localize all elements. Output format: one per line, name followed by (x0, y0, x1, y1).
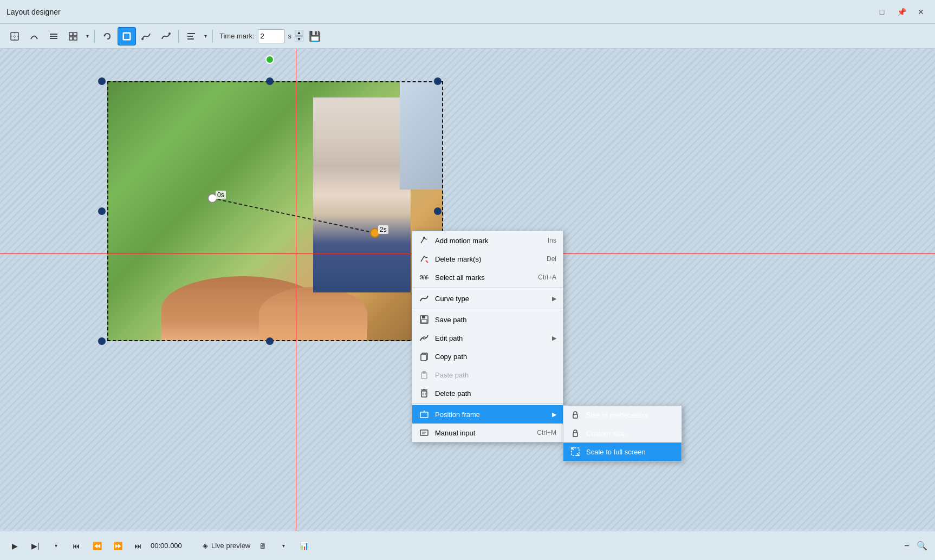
menu-item-delete-marks[interactable]: Delete mark(s) Del (412, 250, 563, 268)
menu-item-manual-input[interactable]: Manual input Ctrl+M (412, 424, 563, 442)
separator1 (94, 30, 95, 43)
svg-rect-7 (74, 32, 77, 36)
player-dropdown-button[interactable]: ▾ (48, 538, 64, 554)
handle-green-top[interactable] (265, 55, 274, 64)
time-display: 00:00.000 (151, 542, 194, 550)
motion-tool-button[interactable] (118, 27, 136, 45)
path-tool-button[interactable] (25, 27, 43, 45)
sky-area (400, 81, 443, 190)
submenu-item-custom-size[interactable]: Custom size (563, 424, 681, 442)
zoom-in-button[interactable]: 🔍 (915, 539, 928, 552)
spinner-down[interactable]: ▼ (295, 36, 303, 42)
position-frame-icon (419, 409, 430, 420)
menu-label-position-frame: Position frame (435, 411, 547, 419)
zoom-control: − 🔍 (900, 539, 928, 552)
submenu-item-scale-to-full-screen[interactable]: Scale to full screen (563, 442, 681, 461)
handle-mid-right[interactable] (434, 207, 441, 215)
handle-bot-center[interactable] (266, 337, 274, 345)
rewind-button[interactable]: ⏮ (68, 538, 85, 554)
delete-mark-icon (419, 253, 430, 264)
player-bar: ▶ ▶| ▾ ⏮ ⏪ ⏩ ⏭ 00:00.000 ◈ Live preview … (0, 531, 935, 560)
menu-separator-3 (412, 403, 563, 404)
live-preview-button[interactable]: ◈ Live preview (203, 542, 250, 550)
svg-rect-34 (421, 391, 427, 397)
step-back-button[interactable]: ⏪ (89, 538, 105, 554)
maximize-button[interactable]: □ (874, 4, 889, 19)
svg-point-14 (168, 32, 171, 35)
edit-path-arrow: ▶ (552, 335, 556, 342)
svg-rect-12 (124, 34, 129, 39)
grid-icon (68, 31, 78, 41)
layer-tool-button[interactable] (44, 27, 63, 45)
live-preview-icon: ◈ (203, 542, 208, 550)
menu-item-delete-path[interactable]: Delete path (412, 384, 563, 402)
menu-item-save-path[interactable]: Save path (412, 310, 563, 329)
close-button[interactable]: ✕ (913, 4, 928, 19)
separator2 (178, 30, 179, 43)
play-button[interactable]: ▶ (7, 538, 23, 554)
preview-settings-button[interactable]: 🖥 (255, 538, 271, 554)
time-mark-input[interactable] (258, 29, 285, 43)
menu-item-edit-path[interactable]: Edit path ▶ (412, 329, 563, 347)
handle-top-right[interactable] (434, 77, 441, 85)
live-preview-label: Live preview (211, 542, 250, 550)
handle-top-left[interactable] (98, 77, 106, 85)
menu-item-add-motion-mark[interactable]: Add motion mark Ins (412, 231, 563, 250)
handle-top-center[interactable] (266, 77, 274, 85)
play-to-mark-button[interactable]: ▶| (27, 538, 43, 554)
menu-label-edit-path: Edit path (435, 334, 547, 342)
curve2-tool-button[interactable] (157, 27, 175, 45)
menu-label-curve-type: Curve type (435, 295, 547, 303)
time-label-2s: 2s (378, 225, 388, 234)
menu-separator-2 (412, 309, 563, 309)
grid-tool-button[interactable] (64, 27, 82, 45)
menu-label-add-motion-mark: Add motion mark (435, 237, 542, 245)
menu-item-position-frame[interactable]: Position frame ▶ Size of predecessor Cus… (412, 405, 563, 424)
title-bar-controls: □ 📌 ✕ (874, 4, 928, 19)
align-tool-button[interactable] (182, 27, 200, 45)
step-forward-button[interactable]: ⏩ (109, 538, 126, 554)
handle-bot-left[interactable] (98, 337, 106, 345)
svg-point-13 (141, 38, 144, 40)
grid-dropdown-button[interactable]: ▾ (83, 27, 91, 45)
save-path-icon (419, 314, 430, 325)
curve-type-icon (419, 293, 430, 304)
align-dropdown-button[interactable]: ▾ (202, 27, 209, 45)
handle-mid-left[interactable] (98, 207, 106, 215)
time-spinner: ▲ ▼ (295, 30, 303, 42)
toolbar: ▾ ▾ Time mark: (0, 24, 935, 49)
graph-button[interactable]: 📊 (296, 538, 312, 554)
time-mark-label: Time mark: (219, 32, 255, 40)
spinner-up[interactable]: ▲ (295, 30, 303, 36)
select-marks-icon (419, 272, 430, 283)
pin-button[interactable]: 📌 (894, 4, 909, 19)
preview-dropdown-button[interactable]: ▾ (275, 538, 291, 554)
svg-rect-6 (69, 32, 73, 36)
curve2-icon (161, 31, 171, 41)
svg-rect-42 (573, 433, 577, 437)
menu-item-curve-type[interactable]: Curve type ▶ (412, 289, 563, 308)
select-tool-button[interactable] (5, 27, 24, 45)
submenu-item-size-of-predecessor[interactable]: Size of predecessor (563, 406, 681, 424)
save-time-button[interactable]: 💾 (307, 28, 323, 44)
menu-label-delete-marks: Delete mark(s) (435, 255, 541, 263)
menu-item-select-all-marks[interactable]: Select all marks Ctrl+A (412, 268, 563, 286)
undo-icon (102, 31, 112, 41)
curve-tool-button[interactable] (137, 27, 155, 45)
fast-forward-button[interactable]: ⏭ (130, 538, 146, 554)
zoom-out-button[interactable]: − (900, 539, 913, 552)
svg-rect-8 (69, 37, 73, 40)
menu-label-custom-size: Custom size (586, 429, 675, 438)
menu-item-copy-path[interactable]: Copy path (412, 347, 563, 366)
manual-input-icon (419, 427, 430, 438)
menu-item-paste-path[interactable]: Paste path (412, 366, 563, 384)
svg-rect-31 (421, 354, 426, 361)
menu-shortcut-add-motion-mark: Ins (548, 237, 556, 244)
photo-frame (107, 81, 443, 341)
align-icon (186, 31, 196, 41)
menu-shortcut-delete-marks: Del (547, 255, 556, 263)
undo-button[interactable] (98, 27, 116, 45)
svg-point-24 (425, 276, 427, 278)
menu-label-scale-to-full-screen: Scale to full screen (586, 448, 675, 456)
svg-point-29 (423, 337, 425, 339)
